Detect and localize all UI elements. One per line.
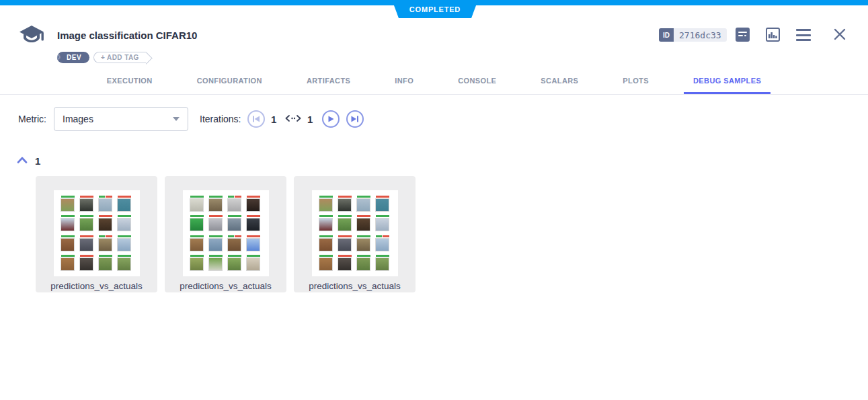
tab-console[interactable]: CONSOLE (448, 70, 506, 94)
cifar-tile (60, 196, 76, 212)
cifar-tile (374, 196, 391, 212)
experiment-id-badge[interactable]: ID 2716dc33 (659, 28, 727, 42)
cifar-tile (97, 196, 114, 212)
cifar-tile (97, 255, 114, 271)
cifar-tile (318, 196, 334, 212)
metric-label: Metric: (18, 114, 46, 124)
sample-title: predictions_vs_actuals (180, 281, 272, 291)
cifar-tile (374, 255, 391, 271)
cifar-tile (116, 196, 132, 212)
cifar-tile (374, 215, 391, 231)
cifar-tile (318, 235, 334, 251)
cifar-tile (60, 235, 76, 251)
cifar-tile (318, 215, 334, 231)
tab-bar: EXECUTIONCONFIGURATIONARTIFACTSINFOCONSO… (0, 70, 868, 95)
iteration-start-value: 1 (271, 114, 276, 125)
cifar-tile (79, 196, 95, 212)
tab-configuration[interactable]: CONFIGURATION (188, 70, 272, 94)
cifar-tile (337, 215, 353, 231)
id-value: 2716dc33 (674, 28, 727, 42)
cifar-tile (60, 215, 76, 231)
cifar-tile (60, 255, 76, 271)
debug-sample-card[interactable]: predictions_vs_actuals (294, 176, 416, 292)
tab-debug-samples[interactable]: DEBUG SAMPLES (684, 70, 771, 94)
cifar-tile (318, 255, 334, 271)
cifar-tile (337, 196, 353, 212)
collapse-section-icon[interactable] (17, 157, 28, 163)
cifar-tile (116, 255, 132, 271)
sample-thumbnail-grid (54, 190, 140, 276)
cifar-tile (227, 196, 243, 212)
cifar-tile (116, 235, 132, 251)
experiment-title: Image classification CIFAR10 (57, 30, 197, 41)
cifar-tile (79, 215, 95, 231)
cifar-tile (245, 255, 262, 271)
debug-sample-card[interactable]: predictions_vs_actuals (36, 176, 157, 292)
tab-execution[interactable]: EXECUTION (97, 70, 162, 94)
tag-dev-label: DEV (67, 54, 81, 61)
tab-scalars[interactable]: SCALARS (531, 70, 588, 94)
status-ribbon: COMPLETED (392, 0, 478, 18)
iteration-group-label: 1 (35, 155, 40, 167)
cifar-tile (189, 255, 205, 271)
sample-title: predictions_vs_actuals (309, 281, 401, 291)
image-preview-icon[interactable] (766, 28, 780, 42)
sample-thumbnail-grid (183, 190, 269, 276)
tab-plots[interactable]: PLOTS (613, 70, 658, 94)
id-label: ID (659, 28, 674, 42)
cifar-tile (208, 235, 224, 251)
cifar-tile (208, 215, 224, 231)
close-icon[interactable] (833, 28, 846, 41)
cifar-tile (245, 235, 262, 251)
cifar-tile (116, 215, 132, 231)
cifar-tile (245, 215, 262, 231)
cifar-tile (79, 255, 95, 271)
iterations-label: Iterations: (200, 114, 241, 124)
cifar-tile (356, 215, 372, 231)
metric-select[interactable]: Images (54, 107, 188, 131)
last-iteration-button[interactable] (346, 110, 364, 128)
status-ribbon-label: COMPLETED (409, 5, 461, 13)
iteration-range-icon (285, 115, 301, 122)
tab-info[interactable]: INFO (385, 70, 423, 94)
cifar-tile (227, 255, 243, 271)
cifar-tile (97, 215, 114, 231)
cifar-tile (79, 235, 95, 251)
cifar-tile (189, 196, 205, 212)
cifar-tile (189, 215, 205, 231)
iteration-end-value: 1 (307, 114, 313, 125)
next-iteration-button[interactable] (322, 110, 340, 128)
cifar-tile (227, 215, 243, 231)
chevron-down-icon (173, 117, 180, 121)
cifar-tile (337, 235, 353, 251)
tab-artifacts[interactable]: ARTIFACTS (297, 70, 360, 94)
sample-thumbnail-grid (312, 190, 398, 276)
debug-samples-row: predictions_vs_actualspredictions_vs_act… (36, 176, 416, 292)
cifar-tile (227, 235, 243, 251)
debug-sample-card[interactable]: predictions_vs_actuals (165, 176, 286, 292)
tag-dev[interactable]: ⚙DEV (57, 52, 89, 63)
cifar-tile (337, 255, 353, 271)
add-tag-button[interactable]: + ADD TAG (93, 52, 146, 63)
cifar-tile (245, 196, 262, 212)
cifar-tile (356, 255, 372, 271)
cifar-tile (189, 235, 205, 251)
metric-select-value: Images (63, 114, 173, 124)
details-panel-icon[interactable] (736, 28, 750, 42)
menu-icon[interactable] (796, 29, 811, 41)
cifar-tile (208, 196, 224, 212)
cifar-tile (374, 235, 391, 251)
cifar-tile (208, 255, 224, 271)
tag-row: ⚙DEV + ADD TAG (57, 52, 153, 63)
cifar-tile (97, 235, 114, 251)
mini-histogram-icon (768, 32, 777, 38)
gear-icon: ⚙ (57, 52, 61, 62)
cifar-tile (356, 235, 372, 251)
app-frame: COMPLETED Image classification CIFAR10 ⚙… (0, 0, 868, 400)
cifar-tile (356, 196, 372, 212)
sample-title: predictions_vs_actuals (50, 281, 143, 291)
prev-iteration-button[interactable] (247, 110, 265, 128)
experiment-logo-icon (18, 25, 45, 47)
